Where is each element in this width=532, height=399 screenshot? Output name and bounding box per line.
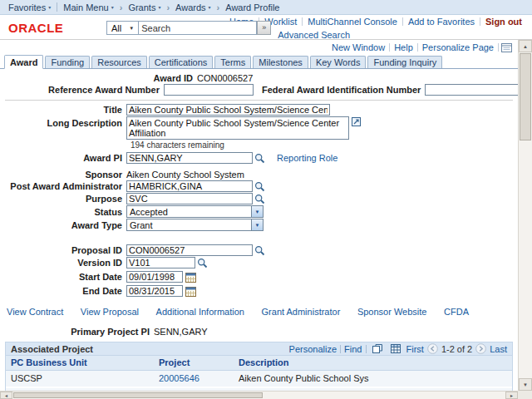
chevron-down-icon: ▾ (158, 5, 160, 10)
scroll-left-arrow[interactable]: ◄ (0, 392, 12, 399)
tab-milestones[interactable]: Milestones (253, 56, 308, 68)
search-scope-select[interactable]: All ▼ (106, 21, 139, 35)
post-award-administrator-input[interactable] (126, 180, 253, 192)
status-select[interactable]: Accepted ▼ (126, 205, 264, 218)
main-menu[interactable]: Main Menu ▾ (59, 2, 117, 12)
view-contract-link[interactable]: View Contract (7, 307, 63, 317)
tab-key-words[interactable]: Key Words (310, 56, 367, 68)
end-date-label: End Date (0, 286, 126, 296)
advanced-search-link[interactable]: Advanced Search (278, 30, 350, 40)
award-pi-input[interactable] (126, 152, 253, 164)
personalize-page-link[interactable]: Personalize Page (418, 42, 498, 52)
search-input[interactable] (139, 21, 257, 35)
scroll-up-arrow[interactable]: ▲ (519, 40, 532, 52)
first-link[interactable]: First (406, 344, 424, 354)
tab-resources[interactable]: Resources (91, 56, 147, 68)
tab-funding-inquiry[interactable]: Funding Inquiry (367, 56, 442, 68)
main-menu-label: Main Menu (63, 2, 108, 12)
breadcrumb-awards[interactable]: Awards ▾ (171, 2, 215, 12)
find-link[interactable]: Find (344, 344, 362, 354)
add-to-favorites-link[interactable]: Add to Favorites (403, 17, 480, 27)
copy-url-icon[interactable] (501, 43, 512, 52)
long-description-textarea[interactable]: Aiken County Public School System/Scienc… (126, 116, 349, 140)
award-type-select[interactable]: Grant ▼ (126, 219, 264, 231)
dropdown-arrow-icon[interactable]: ▼ (251, 206, 263, 217)
expand-icon[interactable] (352, 117, 361, 126)
scroll-down-icon: ▼ (523, 382, 528, 387)
next-page-icon[interactable] (475, 343, 486, 354)
new-window-link[interactable]: New Window (328, 42, 389, 52)
associated-project-grid: Associated Project Personalize Find Firs… (5, 342, 513, 391)
column-header-pc-business-unit[interactable]: PC Business Unit (6, 356, 154, 370)
column-header-project[interactable]: Project (154, 356, 234, 370)
post-award-administrator-label: Post Award Administrator (0, 181, 126, 191)
version-id-label: Version ID (0, 258, 126, 268)
grid-header-row: PC Business Unit Project Description (6, 356, 512, 370)
breadcrumb-grants[interactable]: Grants ▾ (124, 2, 165, 12)
proposal-id-row: Proposal ID (0, 244, 518, 256)
proposal-id-lookup-icon[interactable] (254, 245, 265, 256)
award-type-label: Award Type (0, 220, 126, 230)
scroll-right-arrow[interactable]: ► (505, 392, 518, 399)
divider (340, 345, 341, 353)
primary-project-pi-label: Primary Project PI (0, 327, 154, 337)
title-input[interactable] (126, 104, 330, 116)
last-link[interactable]: Last (490, 344, 507, 354)
sign-out-link[interactable]: Sign out (480, 17, 527, 27)
scroll-up-icon: ▲ (523, 44, 528, 49)
sponsor-website-link[interactable]: Sponsor Website (357, 307, 427, 317)
purpose-lookup-icon[interactable] (254, 194, 265, 204)
view-proposal-link[interactable]: View Proposal (81, 307, 139, 317)
project-link[interactable]: 20005646 (159, 373, 200, 383)
award-id-value: CON0006527 (197, 73, 253, 83)
horizontal-scrollbar-thumb[interactable] (13, 392, 263, 398)
end-date-input[interactable] (126, 285, 183, 297)
tab-funding[interactable]: Funding (45, 56, 90, 68)
horizontal-scrollbar[interactable]: ◄ ► (0, 391, 518, 399)
column-header-description[interactable]: Description (234, 356, 512, 370)
award-pi-lookup-icon[interactable] (254, 153, 265, 164)
reference-award-number-input[interactable] (164, 84, 254, 96)
search-go-button[interactable]: » (257, 21, 271, 35)
grid-title: Associated Project (11, 344, 93, 354)
tab-terms[interactable]: Terms (214, 56, 251, 68)
main-content: New Window Help Personalize Page Award F… (0, 40, 518, 391)
chevron-down-icon: ▾ (48, 5, 51, 10)
post-award-administrator-lookup-icon[interactable] (254, 181, 265, 192)
award-id-label: Award ID (0, 73, 197, 83)
previous-page-icon[interactable] (427, 343, 438, 354)
title-label: Title (0, 105, 126, 115)
start-date-label: Start Date (0, 272, 126, 282)
purpose-input[interactable] (126, 193, 253, 204)
grant-administrator-link[interactable]: Grant Administrator (262, 307, 341, 317)
start-date-input[interactable] (126, 271, 183, 283)
version-id-lookup-icon[interactable] (197, 258, 208, 268)
dropdown-arrow-icon[interactable]: ▼ (251, 219, 263, 230)
end-date-row: End Date (0, 285, 518, 297)
award-pi-label: Award PI (0, 153, 126, 163)
search-area: All ▼ » Advanced Search (106, 21, 350, 40)
version-id-input[interactable] (126, 257, 195, 268)
scrollbar-corner (518, 391, 532, 399)
tab-certifications[interactable]: Certifications (149, 56, 214, 68)
vertical-scrollbar-thumb[interactable] (520, 53, 531, 140)
download-icon[interactable] (391, 344, 401, 353)
start-date-row: Start Date (0, 271, 518, 283)
favorites-menu[interactable]: Favorites ▾ (4, 2, 55, 12)
reporting-role-link[interactable]: Reporting Role (277, 153, 337, 163)
tab-award[interactable]: Award (4, 55, 43, 69)
long-description-label: Long Description (0, 116, 126, 128)
vertical-scrollbar[interactable]: ▲ ▼ (518, 40, 532, 391)
personalize-link[interactable]: Personalize (289, 344, 337, 354)
divider (57, 2, 57, 12)
additional-information-link[interactable]: Additional Information (156, 307, 244, 317)
view-all-icon[interactable] (372, 344, 382, 353)
federal-award-identification-number-input[interactable] (425, 84, 518, 96)
cfda-link[interactable]: CFDA (444, 307, 469, 317)
divider (5, 100, 513, 101)
proposal-id-input[interactable] (126, 244, 253, 256)
end-date-calendar-icon[interactable] (185, 286, 196, 297)
help-link[interactable]: Help (390, 42, 417, 52)
start-date-calendar-icon[interactable] (185, 272, 196, 283)
scroll-down-arrow[interactable]: ▼ (519, 378, 532, 391)
